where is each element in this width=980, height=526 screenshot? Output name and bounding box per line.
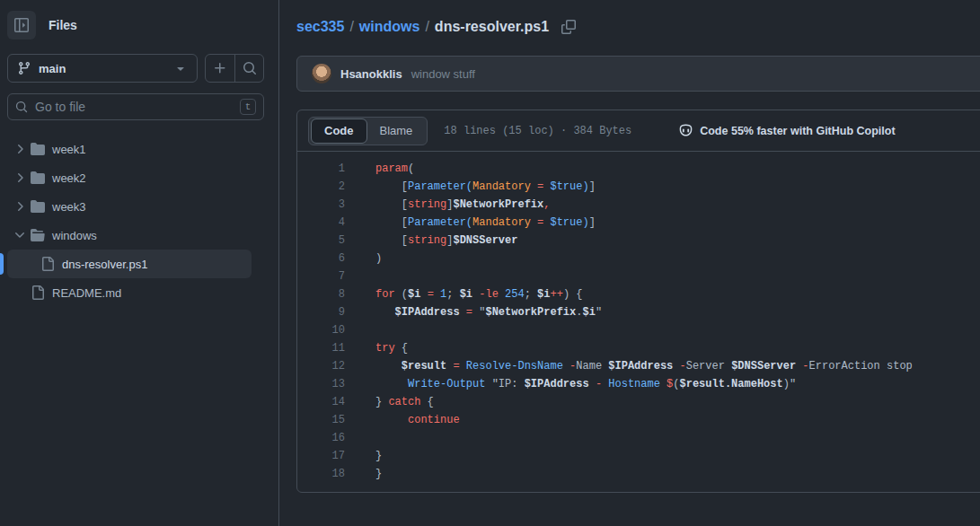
line-number[interactable]: 5 [297, 232, 345, 250]
code-line-1: 1param( [297, 160, 980, 178]
tree-item-dns-resolver.ps1[interactable]: dns-resolver.ps1 [7, 250, 252, 278]
line-number[interactable]: 13 [297, 375, 345, 393]
chevron-right-icon[interactable] [13, 142, 27, 156]
line-number[interactable]: 4 [297, 214, 345, 232]
breadcrumb-folder-link[interactable]: windows [359, 19, 420, 35]
line-number[interactable]: 1 [297, 160, 345, 178]
folder-icon [31, 142, 45, 156]
line-number[interactable]: 11 [297, 339, 345, 357]
copy-path-button[interactable] [560, 18, 578, 36]
code-line-content: [Parameter(Mandatory = $true)] [345, 178, 596, 196]
tree-item-label: windows [52, 229, 97, 242]
breadcrumb-repo-link[interactable]: sec335 [296, 19, 344, 35]
tree-item-label: week3 [52, 200, 86, 214]
files-title: Files [49, 18, 77, 32]
code-line-content: continue [345, 411, 460, 429]
code-line-7: 7 [297, 267, 980, 285]
copilot-banner[interactable]: Code 55% faster with GitHub Copilot [678, 123, 895, 138]
line-number[interactable]: 14 [297, 393, 345, 411]
code-line-11: 11try { [297, 339, 980, 357]
file-tree-sidebar: Files main [0, 0, 279, 526]
collapse-sidebar-button[interactable] [7, 11, 36, 39]
code-line-16: 16 [297, 429, 980, 447]
line-number[interactable]: 17 [297, 447, 345, 465]
line-number[interactable]: 16 [297, 429, 345, 447]
tree-item-windows[interactable]: windows [7, 221, 252, 250]
tree-item-week3[interactable]: week3 [7, 192, 252, 221]
code-line-content: try { [345, 339, 408, 357]
tab-code[interactable]: Code [311, 118, 367, 144]
code-line-content [345, 267, 375, 285]
go-to-file-input[interactable]: Go to file t [7, 93, 264, 120]
line-number[interactable]: 3 [297, 196, 345, 214]
code-line-6: 6) [297, 250, 980, 267]
search-tree-button[interactable] [234, 55, 263, 82]
code-line-14: 14} catch { [297, 393, 980, 411]
breadcrumb: sec335 / windows / dns-resolver.ps1 [296, 14, 980, 39]
line-number[interactable]: 15 [297, 411, 345, 429]
line-number[interactable]: 2 [297, 178, 345, 196]
file-tree: week1week2week3windowsdns-resolver.ps1RE… [0, 135, 278, 307]
chevron-right-icon[interactable] [13, 199, 27, 214]
file-content-panel: Code Blame 18 lines (15 loc) · 384 Bytes… [296, 110, 980, 493]
tree-item-week1[interactable]: week1 [7, 135, 252, 163]
code-line-15: 15 continue [297, 411, 980, 429]
line-number[interactable]: 9 [297, 303, 345, 321]
tree-indent-spacer [22, 257, 37, 271]
new-file-button[interactable] [206, 55, 234, 82]
code-line-content: for ($i = 1; $i -le 254; $i++) { [345, 285, 583, 303]
goto-row: Go to file t [0, 93, 278, 120]
latest-commit-bar[interactable]: Hsanokklis window stuff [296, 56, 980, 92]
code-line-13: 13 Write-Output "IP: $IPAddress - Hostna… [297, 375, 980, 393]
tab-blame[interactable]: Blame [367, 119, 426, 143]
code-line-10: 10 [297, 321, 980, 339]
commit-message[interactable]: window stuff [411, 67, 475, 81]
file-icon [40, 257, 55, 271]
go-to-file-placeholder: Go to file [35, 100, 233, 114]
breadcrumb-file-name: dns-resolver.ps1 [435, 19, 549, 35]
line-number[interactable]: 8 [297, 285, 345, 303]
branch-name: main [39, 62, 166, 75]
chevron-down-icon [173, 61, 188, 75]
line-number[interactable]: 12 [297, 357, 345, 375]
file-view-header: Code Blame 18 lines (15 loc) · 384 Bytes… [297, 110, 980, 152]
code-line-content: $result = Resolve-DnsName -Name $IPAddre… [345, 357, 913, 375]
line-number[interactable]: 18 [297, 465, 345, 483]
copilot-icon [678, 123, 693, 138]
branch-selector[interactable]: main [7, 54, 198, 83]
code-line-content: param( [345, 160, 414, 178]
code-line-content: } [345, 447, 382, 465]
line-number[interactable]: 10 [297, 321, 345, 339]
code-line-8: 8for ($i = 1; $i -le 254; $i++) { [297, 285, 980, 303]
files-header: Files [0, 11, 278, 39]
tree-item-label: dns-resolver.ps1 [62, 258, 147, 271]
chevron-down-icon[interactable] [13, 228, 27, 242]
code-line-content: [string]$DNSServer [345, 232, 517, 250]
search-icon [243, 61, 257, 75]
chevron-right-icon[interactable] [13, 171, 27, 185]
line-number[interactable]: 7 [297, 267, 345, 285]
tree-item-label: week2 [52, 171, 86, 185]
code-line-content: [Parameter(Mandatory = $true)] [345, 214, 596, 232]
tree-item-README.md[interactable]: README.md [7, 278, 252, 307]
commit-author[interactable]: Hsanokklis [340, 67, 402, 81]
sidebar-collapse-icon [14, 18, 29, 32]
code-line-content [345, 321, 375, 339]
line-number[interactable]: 6 [297, 250, 345, 267]
code-line-17: 17} [297, 447, 980, 465]
code-line-content: } catch { [345, 393, 434, 411]
branch-row: main [0, 54, 278, 83]
tree-item-week2[interactable]: week2 [7, 163, 252, 192]
tree-item-label: README.md [52, 286, 121, 300]
code-line-content: $IPAddress = "$NetworkPrefix.$i" [345, 303, 602, 321]
main-content: sec335 / windows / dns-resolver.ps1 Hsan… [279, 0, 980, 526]
git-branch-icon [17, 61, 31, 75]
plus-icon [213, 61, 227, 75]
copilot-banner-text: Code 55% faster with GitHub Copilot [700, 125, 895, 137]
code-line-2: 2 [Parameter(Mandatory = $true)] [297, 178, 980, 196]
copy-icon [561, 20, 576, 34]
code-line-3: 3 [string]$NetworkPrefix, [297, 196, 980, 214]
folder-open-icon [31, 228, 45, 242]
code-line-5: 5 [string]$DNSServer [297, 232, 980, 250]
file-meta-info: 18 lines (15 loc) · 384 Bytes [444, 125, 631, 137]
